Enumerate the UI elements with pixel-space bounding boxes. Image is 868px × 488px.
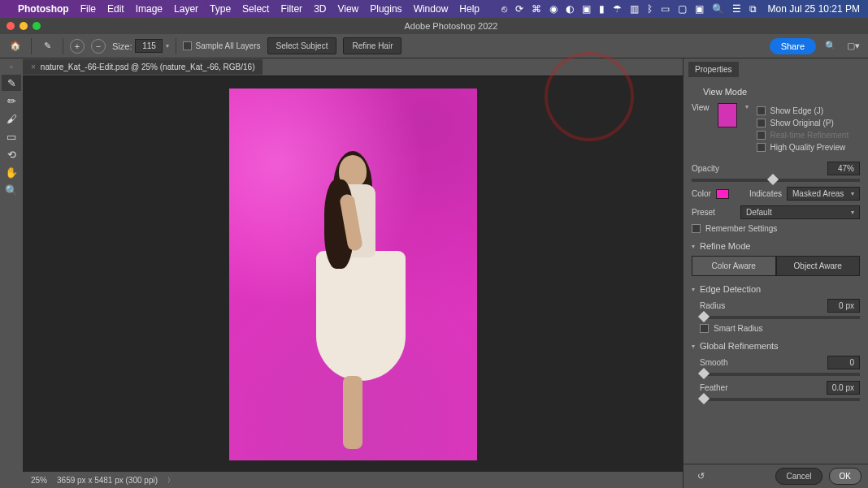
opacity-value[interactable]: 47% bbox=[827, 162, 860, 175]
menu-filter[interactable]: Filter bbox=[280, 3, 302, 15]
preset-dropdown[interactable]: Default▾ bbox=[740, 205, 860, 219]
status-display-icon[interactable]: ▢ bbox=[678, 3, 687, 15]
tools-expander-icon[interactable]: » bbox=[10, 62, 13, 71]
search-icon[interactable]: 🔍 bbox=[822, 38, 839, 54]
hq-preview-checkbox[interactable]: High Quality Preview bbox=[757, 143, 861, 152]
subtract-brush-icon[interactable]: − bbox=[91, 39, 106, 54]
status-flyout-icon[interactable]: 〉 bbox=[167, 476, 174, 485]
menu-layer[interactable]: Layer bbox=[174, 3, 198, 15]
status-app2-icon[interactable]: ◐ bbox=[566, 3, 574, 15]
status-battery-icon[interactable]: ▭ bbox=[661, 3, 670, 15]
zoom-level[interactable]: 25% bbox=[31, 476, 47, 485]
color-swatch[interactable] bbox=[716, 189, 729, 199]
opacity-slider[interactable] bbox=[692, 179, 860, 182]
document-tab[interactable]: × nature_Kat_-66-Edit.psd @ 25% (nature_… bbox=[23, 59, 263, 75]
size-input[interactable]: 115 bbox=[135, 39, 163, 53]
status-umbrella-icon[interactable]: ☂ bbox=[613, 3, 622, 15]
document-image[interactable] bbox=[229, 89, 477, 460]
refine-hair-button[interactable]: Refine Hair bbox=[343, 37, 401, 54]
home-icon[interactable]: 🏠 bbox=[7, 37, 24, 55]
app-name[interactable]: Photoshop bbox=[18, 3, 69, 15]
status-fan-icon[interactable]: ⎋ bbox=[501, 3, 507, 15]
properties-tab[interactable]: Properties bbox=[688, 62, 739, 77]
add-brush-icon[interactable]: + bbox=[70, 39, 85, 54]
realtime-refinement-checkbox: Real-time Refinement bbox=[757, 131, 861, 140]
menubar-clock[interactable]: Mon Jul 25 10:21 PM bbox=[768, 3, 860, 15]
zoom-tool-icon[interactable]: 🔍 bbox=[2, 182, 21, 198]
status-bars-icon[interactable]: ▥ bbox=[630, 3, 639, 15]
workspace-icon[interactable]: ▢▾ bbox=[845, 38, 861, 54]
radius-slider[interactable] bbox=[700, 316, 860, 319]
menu-3d[interactable]: 3D bbox=[314, 3, 326, 15]
hand-tool-icon[interactable]: ✋ bbox=[2, 164, 21, 180]
refine-mode-header[interactable]: ▾ Refine Mode bbox=[692, 241, 860, 251]
status-spotlight-icon[interactable]: 🔍 bbox=[712, 3, 724, 15]
color-aware-segment[interactable]: Color Aware bbox=[692, 256, 776, 276]
radius-value[interactable]: 0 px bbox=[827, 299, 860, 313]
smooth-slider[interactable] bbox=[700, 373, 860, 376]
minimize-window-icon[interactable] bbox=[20, 22, 28, 30]
show-edge-checkbox[interactable]: Show Edge (J) bbox=[757, 106, 861, 115]
quick-select-tool-icon[interactable]: ✎ bbox=[2, 75, 21, 91]
window-title: Adobe Photoshop 2022 bbox=[41, 21, 861, 31]
current-tool-icon[interactable]: ✎ bbox=[38, 37, 56, 55]
refine-mode-segment[interactable]: Color Aware Object Aware bbox=[692, 256, 860, 276]
remember-settings-checkbox[interactable]: Remember Settings bbox=[692, 224, 860, 233]
properties-panel: Properties View Mode View ▾ Show Edge (J… bbox=[683, 58, 868, 488]
status-bookmark-icon[interactable]: ▮ bbox=[599, 3, 605, 15]
menu-help[interactable]: Help bbox=[459, 3, 480, 15]
menu-view[interactable]: View bbox=[337, 3, 358, 15]
document-dimensions[interactable]: 3659 px x 5481 px (300 ppi) bbox=[57, 476, 158, 485]
smart-radius-checkbox[interactable]: Smart Radius bbox=[700, 324, 860, 333]
select-subject-button[interactable]: Select Subject bbox=[267, 37, 337, 54]
menu-file[interactable]: File bbox=[80, 3, 96, 15]
menu-select[interactable]: Select bbox=[242, 3, 269, 15]
view-dropdown-icon[interactable]: ▾ bbox=[745, 103, 749, 110]
status-app1-icon[interactable]: ◉ bbox=[549, 3, 558, 15]
status-wifi-icon[interactable]: ⧉ bbox=[749, 3, 757, 15]
zoom-window-icon[interactable] bbox=[33, 22, 41, 30]
status-control-icon[interactable]: ☰ bbox=[732, 3, 741, 15]
close-tab-icon[interactable]: × bbox=[31, 63, 36, 71]
traffic-lights bbox=[7, 22, 41, 30]
cancel-button[interactable]: Cancel bbox=[775, 468, 822, 485]
smooth-value[interactable]: 0 bbox=[827, 356, 860, 369]
indicates-label: Indicates bbox=[749, 189, 782, 198]
object-aware-segment[interactable]: Object Aware bbox=[776, 256, 861, 276]
status-bt-icon[interactable]: ᛒ bbox=[647, 3, 653, 15]
menu-edit[interactable]: Edit bbox=[107, 3, 124, 15]
status-camera-icon[interactable]: ▣ bbox=[695, 3, 704, 15]
status-link-icon[interactable]: ⌘ bbox=[532, 3, 541, 15]
status-sync-icon[interactable]: ⟳ bbox=[515, 3, 523, 15]
preset-label: Preset bbox=[692, 208, 736, 217]
brush-tool-icon[interactable]: 🖌 bbox=[2, 110, 21, 127]
reset-icon[interactable]: ↺ bbox=[693, 469, 708, 484]
refine-edge-brush-tool-icon[interactable]: ✏ bbox=[2, 93, 21, 109]
sample-all-layers-checkbox[interactable]: Sample All Layers bbox=[183, 41, 260, 50]
menu-plugins[interactable]: Plugins bbox=[370, 3, 401, 15]
feather-value[interactable]: 0.0 px bbox=[827, 381, 860, 395]
size-dropdown-icon[interactable]: ▾ bbox=[166, 42, 169, 50]
lasso-tool-icon[interactable]: ⟲ bbox=[2, 146, 21, 162]
opacity-label: Opacity bbox=[692, 164, 719, 173]
menu-image[interactable]: Image bbox=[136, 3, 163, 15]
menu-type[interactable]: Type bbox=[210, 3, 231, 15]
status-screen-icon[interactable]: ▣ bbox=[582, 3, 591, 15]
object-select-tool-icon[interactable]: ▭ bbox=[2, 128, 21, 145]
canvas-area: × nature_Kat_-66-Edit.psd @ 25% (nature_… bbox=[23, 58, 683, 488]
tools-panel: » ✎ ✏ 🖌 ▭ ⟲ ✋ 🔍 bbox=[0, 58, 23, 488]
global-refinements-header[interactable]: ▾ Global Refinements bbox=[692, 341, 860, 351]
radius-label: Radius bbox=[700, 301, 725, 310]
canvas[interactable] bbox=[23, 76, 683, 472]
chevron-down-icon: ▾ bbox=[692, 286, 695, 293]
ok-button[interactable]: OK bbox=[829, 468, 861, 485]
view-label: View bbox=[692, 103, 710, 112]
feather-slider[interactable] bbox=[700, 398, 860, 401]
close-window-icon[interactable] bbox=[7, 22, 15, 30]
show-original-checkbox[interactable]: Show Original (P) bbox=[757, 119, 861, 127]
menu-window[interactable]: Window bbox=[414, 3, 449, 15]
indicates-dropdown[interactable]: Masked Areas▾ bbox=[787, 187, 860, 201]
share-button[interactable]: Share bbox=[770, 38, 816, 54]
view-thumbnail[interactable] bbox=[718, 103, 737, 127]
edge-detection-header[interactable]: ▾ Edge Detection bbox=[692, 284, 860, 294]
